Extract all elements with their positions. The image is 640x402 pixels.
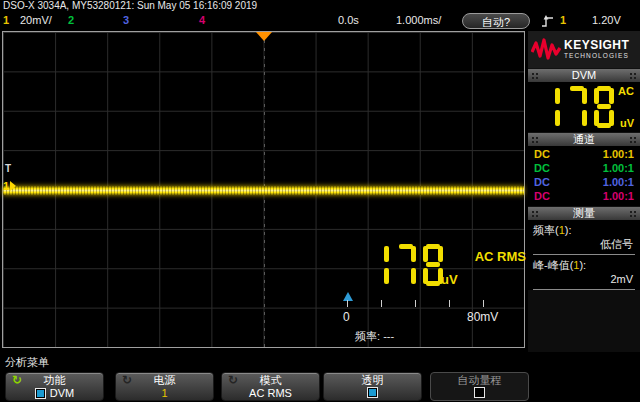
dvm-scale-max: 80mV	[467, 310, 498, 324]
peak-peak-measurement-label: 峰-峰值(1):	[533, 258, 635, 272]
dvm-frequency-readout: 频率: ---	[355, 329, 394, 344]
channel2-number[interactable]: 2	[68, 12, 74, 29]
channel-row: DC1.00:1	[528, 190, 640, 204]
softkey-transparent[interactable]: 透明	[323, 372, 422, 401]
oscilloscope-screen: DSO-X 3034A, MY53280121: Sun May 05 16:1…	[0, 0, 640, 402]
checkbox-checked-icon[interactable]	[367, 387, 378, 398]
dvm-display: AC uV	[528, 82, 640, 132]
dvm-unit: uV	[620, 117, 634, 129]
softkey-function[interactable]: ↻功能 DVM	[5, 372, 104, 401]
model-serial-datetime: DSO-X 3034A, MY53280121: Sun May 05 16:1…	[3, 0, 637, 12]
status-bar: 1 20mV/ 2 3 4 0.0s 1.000ms/ 自动? 1 1.20V	[0, 12, 640, 31]
drag-grip-icon[interactable]	[629, 72, 637, 80]
cycle-icon: ↻	[12, 374, 22, 387]
dvm-overlay-unit: uV	[441, 272, 458, 287]
checkbox-checked-icon[interactable]	[35, 388, 46, 399]
measure-panel-body: 频率(1): 低信号 峰-峰值(1): 2mV	[528, 220, 640, 290]
dvm-coupling: AC	[618, 85, 634, 97]
channel4-number[interactable]: 4	[199, 12, 205, 29]
trigger-time-marker[interactable]	[256, 32, 272, 41]
trigger-mode-badge: 自动?	[462, 13, 530, 29]
time-offset: 0.0s	[338, 12, 359, 29]
softkey-source[interactable]: ↻电源 1	[115, 372, 214, 401]
menu-title: 分析菜单	[5, 355, 49, 370]
drag-grip-icon[interactable]	[629, 136, 637, 144]
softkey-mode[interactable]: ↻模式 AC RMS	[221, 372, 320, 401]
channel1-trace	[3, 186, 524, 195]
measure-panel-header[interactable]: 测量	[528, 206, 640, 220]
trigger-source: 1	[560, 12, 566, 29]
channel1-scale[interactable]: 20mV/	[20, 12, 52, 29]
peak-peak-measurement-value: 2mV	[533, 272, 635, 287]
softkey-menu-bar: 分析菜单 ↻功能 DVM ↻电源 1 ↻模式 AC RMS 透明 自动量程	[0, 352, 640, 402]
dvm-overlay-value	[369, 244, 443, 286]
channel-row: DC1.00:1	[528, 148, 640, 162]
logo-subtitle: TECHNOLOGIES	[564, 52, 629, 60]
dvm-overlay-mode: AC RMS	[475, 249, 526, 264]
softkey-autorange[interactable]: 自动量程	[430, 372, 529, 401]
dvm-overlay: uV AC RMS 0 80mV 频率: ---	[333, 212, 526, 342]
keysight-logo: KEYSIGHT TECHNOLOGIES	[528, 31, 640, 68]
dvm-value	[540, 86, 614, 128]
dvm-panel-header[interactable]: DVM	[528, 68, 640, 82]
dvm-scale-min: 0	[343, 310, 350, 324]
trigger-level-marker[interactable]: T	[5, 163, 11, 174]
drag-grip-icon[interactable]	[629, 210, 637, 218]
keysight-wave-icon	[531, 37, 561, 63]
frequency-measurement-label: 频率(1):	[533, 223, 635, 237]
divider	[533, 254, 635, 255]
channels-panel-body: DC1.00:1 DC1.00:1 DC1.00:1 DC1.00:1	[528, 146, 640, 206]
checkbox-unchecked-icon[interactable]	[474, 387, 485, 398]
dvm-scale-ticks	[347, 300, 483, 308]
channel-row: DC1.00:1	[528, 162, 640, 176]
cycle-icon: ↻	[122, 374, 132, 387]
channels-panel-header[interactable]: 通道	[528, 132, 640, 146]
channel1-ground-marker[interactable]: 1	[3, 180, 16, 192]
trigger-level: 1.20V	[592, 12, 621, 29]
channel3-number[interactable]: 3	[123, 12, 129, 29]
logo-brand: KEYSIGHT	[564, 39, 629, 52]
drag-grip-icon[interactable]	[531, 72, 539, 80]
divider	[533, 289, 635, 290]
waveform-display: T 1 uV AC RMS 0 80mV 频率: ---	[2, 31, 525, 348]
drag-grip-icon[interactable]	[531, 210, 539, 218]
sidebar: KEYSIGHT TECHNOLOGIES DVM AC uV 通道 DC1.0…	[528, 31, 640, 355]
channel-row: DC1.00:1	[528, 176, 640, 190]
drag-grip-icon[interactable]	[531, 136, 539, 144]
timebase: 1.000ms/	[396, 12, 441, 29]
frequency-measurement-value: 低信号	[533, 237, 635, 252]
channel1-number[interactable]: 1	[3, 12, 9, 29]
cycle-icon: ↻	[228, 374, 238, 387]
